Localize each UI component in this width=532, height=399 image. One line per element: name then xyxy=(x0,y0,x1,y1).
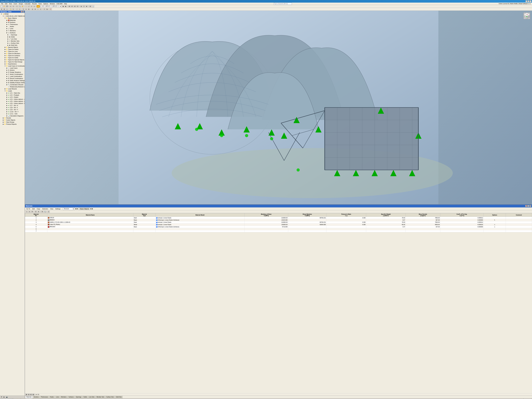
mat-duplicate-btn[interactable]: ⧉ xyxy=(31,210,33,213)
close-button[interactable]: ✕ xyxy=(530,0,532,2)
tab-members[interactable]: Members xyxy=(60,396,67,398)
tree-item-lc5[interactable]: ▶ ● LC5 - Uzitne zatizeni - L xyxy=(0,100,25,102)
toggle-result-combinations[interactable]: ▶ xyxy=(6,77,8,79)
menu-results[interactable]: Results xyxy=(31,3,38,5)
tree-item-members[interactable]: ▶ ═ Members xyxy=(0,30,25,32)
toggle-lc9[interactable]: ▶ xyxy=(6,109,8,111)
tab-thicknesses[interactable]: Thicknesses xyxy=(40,396,49,398)
toggle-materials[interactable]: ▶ xyxy=(6,19,8,21)
toggle-file[interactable]: ▼ xyxy=(2,15,4,17)
table-row[interactable]: 6 xyxy=(25,228,532,230)
menu-calculate[interactable]: Calculate xyxy=(24,3,31,5)
tree-item-sections[interactable]: ▶ ⊞ Sections xyxy=(0,21,25,23)
nav-pin-button[interactable]: 📌 xyxy=(21,11,22,13)
cell-options[interactable] xyxy=(484,230,506,232)
mat-edit-btn[interactable]: Edit xyxy=(31,208,36,210)
menu-assign[interactable]: Assign xyxy=(18,3,24,5)
tab-surfaces[interactable]: Surfaces xyxy=(68,396,75,398)
table-row[interactable]: 2 MW60/3 Basic Orthotropic | Linear Elas… xyxy=(25,219,532,221)
tree-item-load-cases[interactable]: ▶ L Load Cases xyxy=(0,67,25,69)
divide-btn[interactable]: ÷ xyxy=(37,8,39,10)
toggle-static-analysis[interactable]: ▶ xyxy=(6,80,8,82)
toggle-line-sets[interactable]: ▶ xyxy=(7,38,9,40)
tree-item-materials[interactable]: ▶ 🧱 Materials xyxy=(0,19,25,21)
render-btn[interactable]: ◈ xyxy=(80,5,82,7)
toggle-types-lines[interactable]: ▶ xyxy=(4,51,6,52)
tree-item-nodes[interactable]: ▶ · Nodes xyxy=(0,25,25,27)
toggle-solids[interactable]: ▶ xyxy=(7,36,9,38)
tab-lines[interactable]: Lines xyxy=(55,396,60,398)
mat-arrow-left[interactable]: ◀ xyxy=(75,208,76,210)
tree-item-results[interactable]: ▶ 📁 Results xyxy=(0,117,25,119)
nav-eye-icon[interactable]: 👁 xyxy=(0,396,3,398)
tree-item-lc11[interactable]: ▶ ● LC11 - Snih xyxy=(0,113,25,115)
toggle-sections[interactable]: ▶ xyxy=(6,21,8,23)
tree-item-guide-objects[interactable]: ▶ 📁 Guide Objects xyxy=(0,119,25,121)
tree-item-design-situations[interactable]: ▶ D Design Situations xyxy=(0,71,25,73)
tree-item-static-analysis[interactable]: ▶ ⚙ Static Analysis Settings xyxy=(0,80,25,82)
save-btn[interactable]: 💾 xyxy=(6,5,8,7)
toggle-action-combinations[interactable]: ▶ xyxy=(6,73,8,75)
menu-help[interactable]: Help xyxy=(63,3,68,5)
toggle-lc5[interactable]: ▶ xyxy=(6,100,8,102)
navigation-cube[interactable]: +Z +X +Y xyxy=(523,12,531,20)
tree-item-types-lines[interactable]: ▶ 📁 Types for Lines xyxy=(0,51,25,52)
tree-item-types-surfaces[interactable]: ▶ 📁 Types for Surfaces xyxy=(0,55,25,57)
toggle-steel-design[interactable]: ▶ xyxy=(2,121,4,123)
cell-options[interactable] xyxy=(484,221,506,223)
mat-arrow-right[interactable]: ▶ xyxy=(77,208,78,210)
tree-item-lc1[interactable]: ▶ ● LC1 - Vlatni tiha xyxy=(0,92,25,94)
tree-item-stability-analysis[interactable]: ▶ ⚙ Stability Analysis Settings xyxy=(0,82,25,84)
tree-item-lc6[interactable]: ▶ ● LC6 - Uzitne zatizeni - P xyxy=(0,102,25,104)
tree-item-types-steel[interactable]: ▶ 📁 Types for Steel Design xyxy=(0,61,25,63)
menu-options[interactable]: Options xyxy=(43,3,49,5)
prev-lc-btn[interactable]: ◀ xyxy=(62,5,64,7)
result-diagram-btn[interactable]: 📊 xyxy=(92,5,94,7)
table-row[interactable]: 4 Cable PE (Pfeifer) Metal Isotropic | L… xyxy=(25,223,532,226)
cell-options[interactable]: ⚠ xyxy=(484,226,506,228)
maximize-button[interactable]: □ xyxy=(528,0,529,2)
tree-item-printout-reports[interactable]: ▶ 📁 Printout Reports xyxy=(0,123,25,125)
mirror-btn[interactable]: ⇔ xyxy=(25,8,27,10)
rotate-btn[interactable]: ↻ xyxy=(22,8,25,10)
tree-item-file[interactable]: ▼ 📋 2023-05-02_ZOO TABOR.rf6 xyxy=(0,15,25,17)
mat-export-btn[interactable]: ⬆ xyxy=(37,210,40,213)
tab-openings[interactable]: Openings xyxy=(75,396,82,398)
show-labels-btn[interactable]: Aa xyxy=(46,8,48,10)
mat-copy-btn[interactable]: Copy xyxy=(36,208,41,210)
mat-new-btn[interactable]: + xyxy=(25,210,28,213)
toggle-relationship-lc[interactable] xyxy=(6,86,8,88)
3d-viewport[interactable]: +Z +X +Y xyxy=(25,11,532,204)
join-btn[interactable]: ∪ xyxy=(39,8,42,10)
page-next-btn[interactable]: ▶ xyxy=(30,394,32,395)
tree-item-line-sets[interactable]: ▶ ╱ Line Sets xyxy=(0,38,25,40)
toggle-results[interactable]: ▶ xyxy=(2,117,4,119)
toggle-members[interactable]: ▶ xyxy=(6,30,8,32)
toggle-imperfections[interactable]: ▶ xyxy=(4,63,6,65)
toggle-lc4[interactable]: ▶ xyxy=(6,98,8,100)
tree-item-types-members[interactable]: ▶ 📁 Types for Members xyxy=(0,52,25,55)
tree-item-result-combinations[interactable]: ▶ R Result Combinations xyxy=(0,77,25,80)
measure-btn[interactable]: 📏 xyxy=(9,8,12,10)
page-prev-btn[interactable]: ◀ xyxy=(28,394,30,395)
mat-delete-btn[interactable]: ✕ xyxy=(28,210,31,213)
menu-insert[interactable]: Insert xyxy=(13,3,18,5)
tree-item-lc7[interactable]: ▶ ● LC7 - Vitr +X xyxy=(0,104,25,107)
check-btn[interactable]: ✓ xyxy=(16,8,18,10)
table-row[interactable]: 5 MW100/3 Basic Orthotropic | Linear Ela… xyxy=(25,226,532,228)
toggle-actions[interactable]: ▶ xyxy=(6,69,8,71)
tree-item-lines[interactable]: ▶ ╱ Lines xyxy=(0,27,25,30)
tree-item-actions[interactable]: ▶ A Actions xyxy=(0,69,25,71)
tree-item-types-nodes[interactable]: ▶ 📁 Types for Nodes xyxy=(0,48,25,51)
load-case-combo[interactable]: LC1: 1.35*LC1 + 1.35*LC2 + LC2 xyxy=(41,5,62,7)
nav-play-icon[interactable]: ▶ xyxy=(3,396,5,398)
toggle-special-objects[interactable]: ▶ xyxy=(4,46,6,48)
cell-options[interactable]: ✎ xyxy=(484,219,506,221)
tree-item-surfaces[interactable]: ▶ ▭ Surfaces xyxy=(0,32,25,34)
toggle-types-surfaces[interactable]: ▶ xyxy=(4,55,6,57)
menu-file[interactable]: File xyxy=(0,3,4,5)
next-lc-btn[interactable]: ▶ xyxy=(64,5,67,7)
tree-item-combination-wizards[interactable]: ▶ 🔧 Combination Wizards xyxy=(0,84,25,86)
pan-btn[interactable]: ✋ xyxy=(21,5,24,7)
toggle-loads[interactable]: ▼ xyxy=(4,90,6,92)
